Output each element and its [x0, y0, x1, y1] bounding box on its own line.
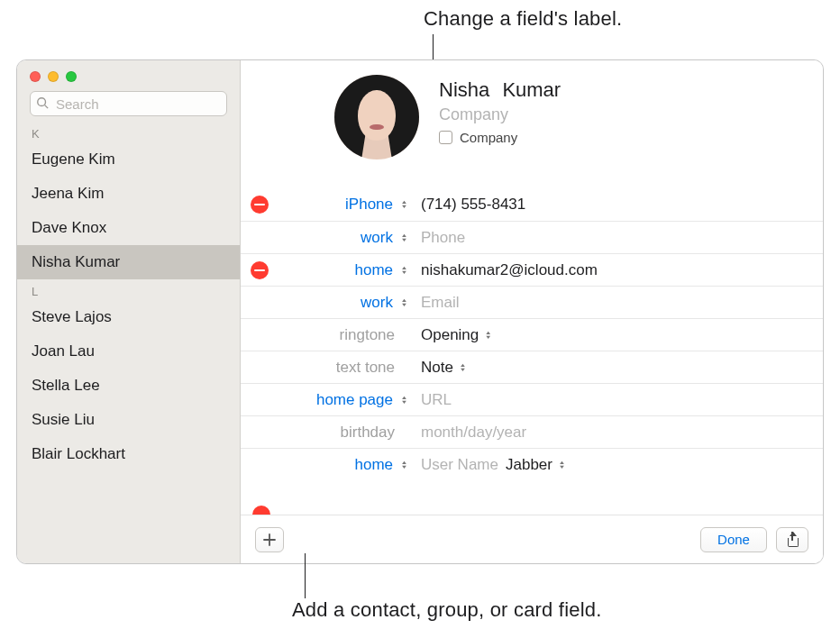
field-row: workEmail	[241, 286, 823, 318]
contact-detail-pane: Nisha Kumar Company Company iPhone(714) …	[241, 60, 823, 563]
app-window: KEugene KimJeena KimDave KnoxNisha Kumar…	[16, 59, 824, 564]
remove-field-button[interactable]	[251, 196, 269, 214]
field-label[interactable]: home	[354, 456, 393, 474]
contact-list-item[interactable]: Steve Lajos	[17, 300, 240, 334]
company-field[interactable]: Company	[439, 105, 801, 124]
callout-bottom: Add a contact, group, or card field.	[292, 598, 602, 622]
field-label[interactable]: work	[361, 229, 393, 247]
contact-header: Nisha Kumar Company Company	[241, 60, 823, 172]
field-row: text toneNote	[241, 351, 823, 383]
field-value[interactable]: User NameJabber	[412, 456, 823, 474]
search-icon	[36, 96, 49, 111]
contact-list-item[interactable]: Susie Liu	[17, 403, 240, 437]
value-dropdown[interactable]: Jabber	[506, 456, 568, 474]
svg-point-0	[38, 98, 46, 106]
field-label[interactable]: home	[354, 261, 393, 279]
first-name[interactable]: Nisha	[439, 78, 489, 102]
field-row: iPhone(714) 555-8431	[241, 188, 823, 221]
done-button[interactable]: Done	[700, 527, 767, 552]
dropdown-stepper-icon[interactable]	[482, 331, 494, 340]
contact-name[interactable]: Nisha Kumar	[439, 78, 801, 102]
field-value[interactable]: month/day/year	[412, 424, 823, 442]
bottom-toolbar: Done	[241, 515, 823, 563]
label-stepper-icon[interactable]	[398, 233, 410, 242]
share-icon	[786, 533, 799, 546]
field-row: homenishakumar2@icloud.com	[241, 253, 823, 286]
remove-field-button[interactable]	[251, 261, 269, 279]
contact-list-item[interactable]: Joan Lau	[17, 334, 240, 369]
contact-list-item[interactable]: Eugene Kim	[17, 142, 240, 177]
field-label[interactable]: iPhone	[345, 196, 393, 214]
minimize-window-button[interactable]	[48, 71, 59, 82]
field-value[interactable]: Note	[412, 359, 823, 377]
svg-line-1	[45, 105, 49, 109]
field-label: birthday	[341, 424, 395, 442]
callout-line-bottom	[305, 553, 306, 598]
contact-list-item[interactable]: Blair Lockhart	[17, 437, 240, 471]
last-name[interactable]: Kumar	[502, 78, 561, 102]
window-controls	[17, 60, 240, 82]
company-checkbox[interactable]	[439, 131, 452, 144]
label-stepper-icon[interactable]	[398, 266, 410, 275]
field-label[interactable]: home page	[316, 391, 393, 409]
value-dropdown[interactable]: Note	[421, 359, 469, 377]
contact-list-item[interactable]: Nisha Kumar	[17, 245, 240, 279]
field-value[interactable]: Opening	[412, 326, 823, 344]
field-row: ringtoneOpening	[241, 318, 823, 351]
callout-top: Change a field's label.	[424, 7, 622, 31]
search-field[interactable]	[30, 91, 227, 116]
label-stepper-icon[interactable]	[398, 298, 410, 307]
zoom-window-button[interactable]	[66, 71, 77, 82]
share-button[interactable]	[776, 527, 808, 552]
avatar[interactable]	[334, 75, 419, 160]
field-value[interactable]: (714) 555-8431	[412, 196, 823, 214]
contact-list-item[interactable]: Stella Lee	[17, 369, 240, 403]
field-list: iPhone(714) 555-8431workPhonehomenishaku…	[241, 188, 823, 480]
contact-list-item[interactable]: Dave Knox	[17, 211, 240, 245]
field-value[interactable]: Email	[412, 294, 823, 312]
add-button[interactable]	[255, 527, 284, 552]
field-label: text tone	[336, 359, 395, 377]
close-window-button[interactable]	[30, 71, 41, 82]
field-row: home pageURL	[241, 383, 823, 415]
contact-list: KEugene KimJeena KimDave KnoxNisha Kumar…	[17, 122, 240, 471]
company-checkbox-row: Company	[439, 130, 801, 145]
field-label[interactable]: work	[361, 294, 393, 312]
dropdown-stepper-icon[interactable]	[556, 460, 568, 469]
label-stepper-icon[interactable]	[398, 396, 410, 405]
field-value[interactable]: nishakumar2@icloud.com	[412, 261, 823, 279]
label-stepper-icon[interactable]	[398, 200, 410, 209]
section-header: K	[17, 125, 240, 142]
contact-list-item[interactable]: Jeena Kim	[17, 177, 240, 211]
search-input[interactable]	[54, 96, 221, 113]
contact-detail-scroll: Nisha Kumar Company Company iPhone(714) …	[241, 60, 823, 515]
field-value[interactable]: URL	[412, 391, 823, 409]
dropdown-stepper-icon[interactable]	[457, 363, 469, 372]
field-row: birthdaymonth/day/year	[241, 415, 823, 448]
remove-field-button[interactable]	[252, 506, 270, 515]
value-dropdown[interactable]: Opening	[421, 326, 494, 344]
section-header: L	[17, 283, 240, 300]
field-row: workPhone	[241, 221, 823, 253]
field-row: homeUser NameJabber	[241, 448, 823, 480]
label-stepper-icon[interactable]	[398, 460, 410, 469]
company-checkbox-label: Company	[460, 130, 517, 145]
field-label: ringtone	[340, 326, 395, 344]
field-value[interactable]: Phone	[412, 229, 823, 247]
sidebar: KEugene KimJeena KimDave KnoxNisha Kumar…	[17, 60, 241, 563]
